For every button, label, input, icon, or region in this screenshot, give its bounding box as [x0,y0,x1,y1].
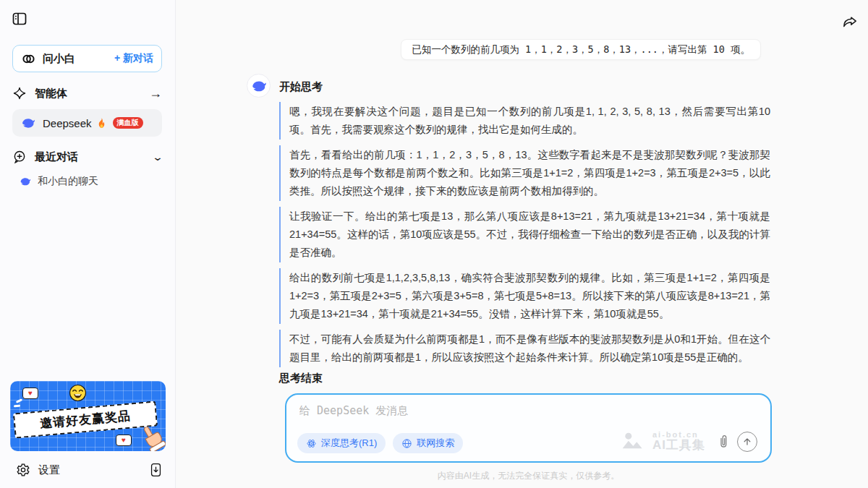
star-icon [12,86,27,100]
whale-icon [21,116,35,130]
recent-chat-item[interactable]: 和小白的聊天 [12,172,162,191]
deepseek-label: Deepseek [43,117,92,129]
deepseek-badge: 满血版 [113,117,143,129]
thinking-paragraph: 给出的数列前七项是1,1,2,3,5,8,13，确实符合斐波那契数列的规律。比如… [279,268,770,324]
gear-icon[interactable] [16,463,30,477]
arrow-right-icon[interactable]: → [149,86,162,101]
recent-label: 最近对话 [35,150,78,164]
watermark: ai-bot.cn AI工具集 [621,431,705,452]
deep-think-toggle[interactable]: 深度思考(R1) [297,433,386,453]
brand-box: 问小白 + 新对话 [12,45,162,72]
recent-chat-title: 和小白的聊天 [38,175,98,188]
settings-label[interactable]: 设置 [38,463,60,477]
chat-main: 已知一个数列的前几项为 1，1，2，3，5，8，13，...，请写出第 10 项… [176,0,868,488]
settings-row: 设置 [16,459,163,481]
watermark-logo-icon [621,432,647,451]
laughing-emoji-icon [68,383,88,403]
new-chat-button[interactable]: + 新对话 [114,52,153,65]
atom-icon [306,438,317,449]
send-button[interactable] [737,432,757,452]
decor-dash [14,405,20,408]
deep-think-label: 深度思考(R1) [321,437,377,450]
share-icon[interactable] [842,15,858,30]
invite-promo-banner[interactable]: ♥ ♥ 邀请好友赢奖品 [10,381,166,451]
web-search-label: 联网搜索 [417,437,454,450]
sidebar-item-agents[interactable]: 智能体 → [12,82,162,104]
chat-plus-icon [12,150,27,164]
thinking-paragraph: 不过，可能有人会质疑为什么前两项都是1，而不是像有些版本的斐波那契数列是从0和1… [279,330,770,367]
watermark-name: AI工具集 [652,439,705,452]
thinking-start-label: 开始思考 [279,80,323,94]
deepseek-avatar [247,74,271,98]
sidebar-toggle-icon[interactable] [12,11,27,27]
attachment-icon[interactable] [717,434,730,449]
thinking-end-label: 思考结束 [279,372,323,385]
whale-icon [20,176,31,187]
thinking-paragraph: 让我验证一下。给出的第七项是13，那么第八项应该是8+13=21，第九项就是13… [279,207,770,262]
sidebar-item-deepseek[interactable]: Deepseek 满血版 [12,109,162,137]
heart-bubble-icon: ♥ [22,388,38,399]
thinking-paragraph: 首先，看看给出的前几项：1，1，2，3，5，8，13。这些数字看起来是不是斐波那… [279,145,770,201]
heart-bubble-icon: ♥ [116,435,132,446]
thinking-paragraph: 嗯，我现在要解决这个问题，题目是已知一个数列的前几项是1, 1, 2, 3, 5… [279,102,770,140]
wenxiaobai-logo-icon [21,51,36,67]
sidebar-item-recent[interactable]: 最近对话 ⌄ [12,147,162,167]
brand-name: 问小白 [43,52,75,66]
globe-icon [401,438,412,449]
thinking-content: 嗯，我现在要解决这个问题，题目是已知一个数列的前几项是1, 1, 2, 3, 5… [279,102,770,373]
message-composer: 深度思考(R1) 联网搜索 ai-bot.cn [285,393,772,463]
agents-label: 智能体 [35,87,67,100]
ai-disclaimer: 内容由AI生成，无法完全保证真实，仅供参考。 [285,470,772,482]
user-message: 已知一个数列的前几项为 1，1，2，3，5，8，13，...，请写出第 10 项… [401,39,761,60]
chevron-down-icon[interactable]: ⌄ [152,151,163,163]
decor-dash [16,398,22,403]
message-input[interactable] [299,404,676,417]
sidebar: 问小白 + 新对话 智能体 → Deepseek 满血版 [0,0,176,488]
composer-toggles: 深度思考(R1) 联网搜索 [297,433,463,453]
web-search-toggle[interactable]: 联网搜索 [393,433,463,453]
download-app-icon[interactable] [149,462,163,478]
flame-icon [96,117,107,129]
